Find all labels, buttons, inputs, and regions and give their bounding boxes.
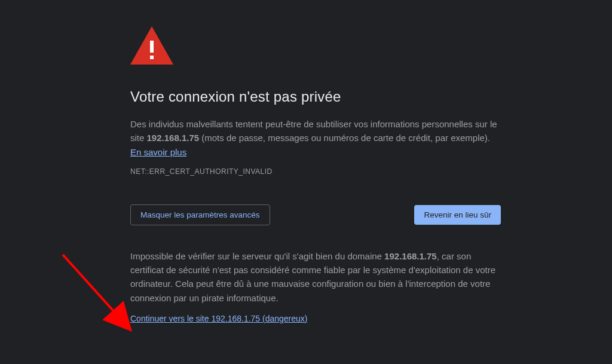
danger-triangle-icon	[130, 26, 501, 67]
page-title: Votre connexion n'est pas privée	[130, 88, 501, 105]
advanced-prefix: Impossible de vérifier sur le serveur qu…	[130, 251, 384, 261]
svg-line-3	[63, 255, 127, 326]
warning-paragraph: Des individus malveillants tentent peut-…	[130, 117, 501, 159]
button-row: Masquer les paramètres avancés Revenir e…	[130, 204, 501, 225]
advanced-explanation: Impossible de vérifier sur le serveur qu…	[130, 249, 501, 305]
warning-text-suffix: (mots de passe, messages ou numéros de c…	[199, 133, 490, 143]
hide-advanced-button[interactable]: Masquer les paramètres avancés	[130, 204, 270, 225]
learn-more-link[interactable]: En savoir plus	[130, 147, 186, 157]
back-to-safety-button[interactable]: Revenir en lieu sûr	[414, 205, 501, 225]
annotation-arrow-icon	[57, 250, 140, 339]
svg-rect-2	[150, 56, 154, 59]
svg-rect-1	[150, 41, 154, 53]
advanced-domain: 192.168.1.75	[384, 251, 437, 261]
proceed-unsafe-link[interactable]: Continuer vers le site 192.168.1.75 (dan…	[130, 314, 308, 323]
error-code: NET::ERR_CERT_AUTHORITY_INVALID	[130, 167, 501, 176]
ssl-warning-container: Votre connexion n'est pas privée Des ind…	[130, 0, 501, 324]
warning-domain: 192.168.1.75	[147, 133, 200, 143]
